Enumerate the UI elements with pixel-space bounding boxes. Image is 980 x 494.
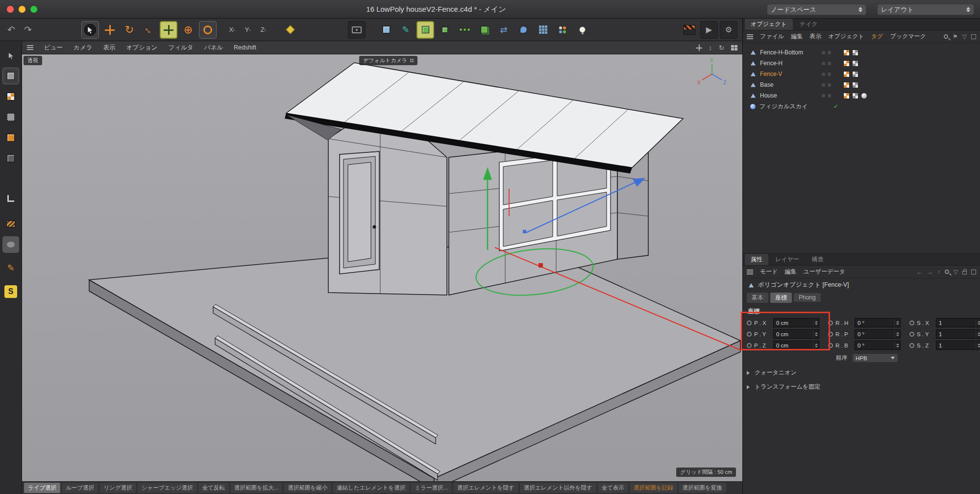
toggle-views-icon[interactable] [731,45,737,50]
workplane-button[interactable] [281,21,299,39]
stepper-icon[interactable] [813,330,819,338]
sx-input[interactable]: 1 [936,318,980,327]
pan-view-icon[interactable] [696,45,702,51]
stepper-icon[interactable] [813,341,819,349]
axis-mode-button[interactable] [2,190,19,207]
material-tag-icon[interactable] [861,93,867,99]
substance-button[interactable]: S [2,283,19,300]
polygon-mode-button[interactable] [2,150,19,167]
render-settings-gear-button[interactable]: ⚙ [720,21,737,39]
new-panel-icon[interactable] [971,270,976,274]
dolly-view-icon[interactable]: ↕ [709,44,712,51]
visibility-dots[interactable] [821,72,832,76]
stepper-icon[interactable] [976,319,980,327]
enabled-check-icon[interactable]: ✓ [833,103,838,110]
freeze-transform-fold[interactable]: トランスフォームを固定 [747,383,980,391]
object-row-fence-h[interactable]: Fence-H [743,58,980,69]
uvw-tag-icon[interactable] [843,93,850,99]
keyframe-circle-icon[interactable] [828,343,833,348]
rotate-tool-button[interactable]: ↻ [121,21,138,39]
make-editable-button[interactable] [2,68,19,84]
filter-icon[interactable]: ▽ [962,33,967,40]
particles-button[interactable] [554,21,571,39]
visibility-dots[interactable] [821,61,832,66]
object-row-fence-v[interactable]: Fence-V [743,69,980,79]
flag-icon[interactable]: ⚑ [953,33,958,40]
camera-badge[interactable]: デフォルトカメラ [359,56,417,65]
paint-mode-button[interactable]: ✎ [2,260,19,276]
layer-box-icon[interactable] [971,34,976,39]
stepper-icon[interactable] [894,319,900,327]
stepper-icon[interactable] [976,330,980,338]
attr-menu-edit[interactable]: 編集 [785,268,797,276]
object-row-physical-sky[interactable]: フィジカルスカイ ✓ [743,101,980,112]
coordinate-system-button[interactable]: ⊕ [179,21,197,39]
sy-input[interactable]: 1 [936,329,980,339]
visibility-dots[interactable] [821,50,832,55]
cmd-show-all[interactable]: 全て表示 [598,483,628,493]
object-row-base[interactable]: Base [743,79,980,90]
z-axis-lock-button[interactable]: ZL [257,23,270,37]
cmd-select-connected[interactable]: 連結したエレメントを選択 [333,483,409,493]
modeling-cluster-button[interactable] [456,21,473,39]
search-icon[interactable] [945,270,949,274]
stepper-icon[interactable] [894,330,900,338]
uvw-tag-icon[interactable] [843,60,850,67]
stepper-icon[interactable] [813,319,819,327]
keyframe-circle-icon[interactable] [828,332,833,337]
vp-menu-view[interactable]: ビュー [44,44,63,52]
sel-tag-icon[interactable] [852,49,858,56]
snap-ring-tool-button[interactable] [199,21,217,39]
simulation-button[interactable] [514,21,532,39]
layout-select[interactable]: レイアウト [877,4,974,15]
y-axis-lock-button[interactable]: YL [241,23,255,37]
tab-objects[interactable]: オブジェクト [745,19,793,30]
cmd-record-selection[interactable]: 選択範囲を記録 [630,483,677,493]
cmd-convert-selection[interactable]: 選択範囲を変換 [679,483,726,493]
cloner-grid-button[interactable] [534,21,552,39]
sel-tag-icon[interactable] [852,82,858,88]
minimize-window-button[interactable] [19,6,25,13]
om-menu-tags[interactable]: タグ [871,32,883,41]
cmd-live-selection[interactable]: ライブ選択 [24,483,60,493]
sel-tag-icon[interactable] [852,71,858,77]
stepper-icon[interactable] [976,341,980,349]
vp-menu-options[interactable]: オプション [126,44,157,52]
attr-menu-userdata[interactable]: ユーザーデータ [804,268,845,276]
om-menu-bookmarks[interactable]: ブックマーク [890,32,926,41]
vp-menu-panel[interactable]: パネル [204,44,223,52]
viewport-canvas[interactable]: Y X Z 透視 デフォルトカメラ グリッド間隔 : 50 cm [22,54,742,481]
cmd-mirror-selection[interactable]: ミラー選択... [411,483,452,493]
attr-menu-mode[interactable]: モード [760,268,778,276]
zoom-window-button[interactable] [30,6,37,13]
volume-button[interactable] [475,21,493,39]
keyframe-circle-icon[interactable] [747,321,752,325]
subdivision-surface-button[interactable] [416,21,434,39]
rotation-order-select[interactable]: HPB [852,353,898,363]
cmd-grow-selection[interactable]: 選択範囲を拡大... [230,483,282,493]
undo-button[interactable]: ↶ [4,24,19,35]
cmd-hide-selected[interactable]: 選択エレメントを隠す [453,483,518,493]
tab-structure[interactable]: 構造 [806,254,830,265]
vp-menu-redshift[interactable]: Redshift [234,44,256,51]
scale-tool-button[interactable]: ↔ [140,21,158,39]
fields-button[interactable]: ⇄ [495,21,513,39]
cmd-shrink-selection[interactable]: 選択範囲を縮小 [284,483,331,493]
visibility-dots[interactable] [821,83,832,87]
viewport-menu-icon[interactable] [27,45,33,50]
px-input[interactable]: 0 cm [773,318,819,327]
cmd-loop-selection[interactable]: ループ選択 [62,483,98,493]
redo-button[interactable]: ↷ [21,24,35,35]
om-menu-objects[interactable]: オブジェクト [828,32,864,41]
uvw-tag-icon[interactable] [843,82,850,88]
x-axis-lock-button[interactable]: XL [225,23,239,37]
uv-mode-button[interactable] [2,216,19,232]
object-row-fence-h-bottom[interactable]: Fence-H-Bottom [743,47,980,58]
texture-mode-button[interactable] [2,88,19,105]
tag-icons[interactable] [843,71,858,77]
cmd-ring-selection[interactable]: リング選択 [99,483,136,493]
om-menu-file[interactable]: ファイル [760,32,784,41]
tab-takes[interactable]: テイク [794,19,824,30]
rh-input[interactable]: 0 ° [855,318,901,327]
lock-icon[interactable] [962,271,967,274]
